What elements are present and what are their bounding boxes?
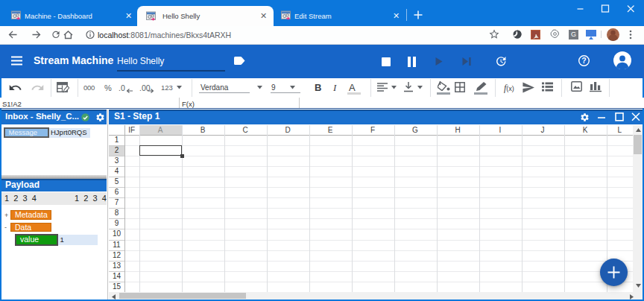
svg-text:?: ? bbox=[581, 56, 586, 65]
